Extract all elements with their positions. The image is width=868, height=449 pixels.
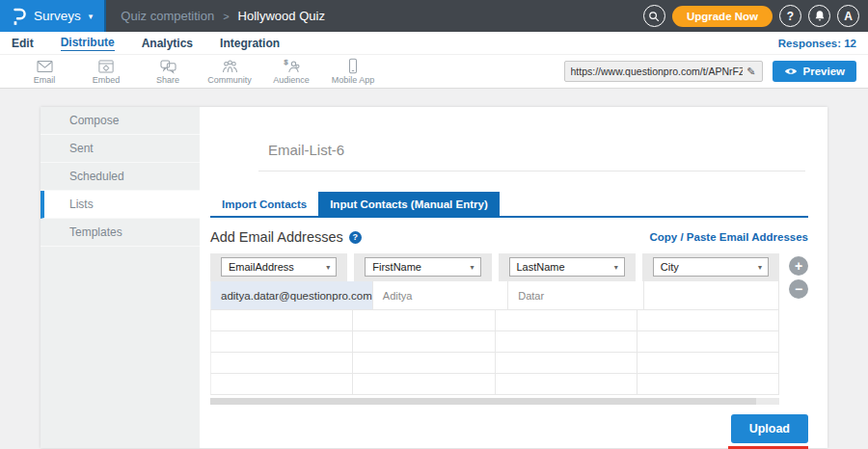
remove-row-button[interactable]: − (789, 279, 808, 299)
column-header-2: FirstName ▾ (354, 253, 491, 281)
cell-email[interactable] (211, 310, 353, 330)
column-select-city[interactable]: City ▾ (653, 257, 769, 277)
toolbar-item-share[interactable]: Share (137, 59, 199, 85)
workspace: Compose Sent Scheduled Lists Templates E… (0, 89, 868, 448)
upload-button[interactable]: Upload (731, 414, 808, 443)
add-emails-header: Add Email Addresses ? Copy / Paste Email… (210, 229, 808, 245)
preview-button[interactable]: Preview (773, 61, 856, 82)
cell-email[interactable]: aditya.datar@questionpro.com (211, 281, 373, 309)
embed-window-icon (97, 59, 115, 74)
eye-icon (784, 66, 798, 76)
search-button[interactable] (643, 5, 665, 27)
cell-city[interactable] (637, 353, 779, 373)
notifications-button[interactable] (808, 5, 830, 27)
survey-nav: Edit Distribute Analytics Integration Re… (0, 32, 868, 55)
chevron-down-icon: ▾ (89, 12, 94, 21)
responses-count[interactable]: Responses: 12 (778, 38, 856, 49)
list-content: Email-List-6 Import Contacts Input Conta… (200, 107, 827, 448)
column-select-emailaddress[interactable]: EmailAddress ▾ (221, 257, 337, 277)
add-row-button[interactable]: + (789, 256, 808, 276)
people-group-icon (221, 59, 239, 74)
breadcrumb: Quiz competition > Hollywood Quiz (106, 0, 325, 32)
row-controls: + − (789, 256, 808, 299)
cell-city[interactable] (644, 281, 779, 309)
upgrade-now-button[interactable]: Upgrade Now (672, 6, 773, 27)
toolbar-item-embed[interactable]: Embed (75, 59, 137, 85)
breadcrumb-separator-icon: > (223, 11, 229, 22)
contacts-table: EmailAddress ▾ FirstName ▾ LastName (210, 253, 808, 405)
cell-lastname[interactable] (496, 374, 637, 394)
cell-lastname[interactable] (496, 310, 637, 330)
title-divider (258, 171, 805, 172)
topbar-actions: Upgrade Now ? A (643, 0, 868, 32)
nav-item-distribute[interactable]: Distribute (61, 36, 115, 51)
dollar-person-icon: $ (283, 59, 301, 74)
breadcrumb-parent[interactable]: Quiz competition (121, 9, 214, 23)
toolbar-right: https://www.questionpro.com/t/APNrFZ ✎ P… (564, 61, 868, 82)
top-bar: Surveys ▾ Quiz competition > Hollywood Q… (0, 0, 868, 32)
cell-email[interactable] (211, 331, 353, 352)
cell-firstname[interactable]: Aditya (373, 281, 508, 309)
cell-lastname[interactable] (496, 353, 637, 373)
toolbar-item-email[interactable]: Email (14, 59, 75, 85)
edit-url-icon[interactable]: ✎ (746, 66, 755, 78)
mobile-phone-icon (347, 58, 359, 74)
toolbar-item-mobile-app[interactable]: Mobile App (322, 58, 384, 85)
upload-section: Upload (210, 414, 808, 449)
cell-lastname[interactable]: Datar (508, 281, 643, 309)
cell-firstname[interactable] (353, 331, 495, 352)
tab-input-contacts-manual[interactable]: Input Contacts (Manual Entry) (318, 192, 500, 216)
cell-city[interactable] (637, 331, 779, 352)
horizontal-scrollbar[interactable] (210, 398, 779, 405)
help-icon[interactable]: ? (349, 231, 362, 244)
tab-import-contacts[interactable]: Import Contacts (210, 192, 318, 216)
cell-lastname[interactable] (496, 331, 637, 352)
table-row: aditya.datar@questionpro.com Aditya Data… (210, 281, 779, 310)
cell-city[interactable] (637, 310, 779, 330)
column-select-firstname[interactable]: FirstName ▾ (365, 257, 480, 277)
sidebar-item-scheduled[interactable]: Scheduled (41, 163, 200, 191)
column-header-1: EmailAddress ▾ (210, 253, 347, 281)
add-email-addresses-title: Add Email Addresses (210, 229, 343, 245)
avatar[interactable]: A (837, 5, 859, 27)
sidebar-item-compose[interactable]: Compose (41, 107, 200, 135)
survey-url-value: https://www.questionpro.com/t/APNrFZ (571, 66, 744, 77)
cell-firstname[interactable] (353, 374, 495, 394)
nav-item-analytics[interactable]: Analytics (142, 37, 193, 50)
nav-item-edit[interactable]: Edit (12, 37, 34, 50)
product-name: Surveys (34, 9, 81, 23)
svg-text:$: $ (284, 59, 287, 66)
nav-item-integration[interactable]: Integration (220, 37, 280, 50)
select-caret-icon: ▾ (326, 263, 330, 272)
breadcrumb-current: Hollywood Quiz (238, 9, 325, 23)
select-caret-icon: ▾ (758, 263, 762, 272)
search-icon (648, 11, 660, 22)
select-caret-icon: ▾ (470, 263, 474, 272)
bell-icon (814, 10, 826, 22)
sidebar-item-sent[interactable]: Sent (41, 135, 200, 163)
cell-firstname[interactable] (353, 353, 495, 373)
select-caret-icon: ▾ (614, 263, 618, 272)
email-list-title: Email-List-6 (268, 142, 808, 158)
toolbar-item-community[interactable]: Community (199, 59, 260, 85)
product-switcher[interactable]: Surveys ▾ (0, 0, 106, 32)
chat-bubbles-icon (159, 59, 177, 74)
scrollbar-thumb[interactable] (210, 398, 756, 405)
help-button[interactable]: ? (779, 5, 801, 27)
copy-paste-emails-link[interactable]: Copy / Paste Email Addresses (650, 231, 808, 243)
envelope-icon (36, 59, 54, 74)
cell-email[interactable] (211, 353, 353, 373)
sidebar-item-lists[interactable]: Lists (41, 191, 200, 219)
column-select-lastname[interactable]: LastName ▾ (509, 257, 625, 277)
contacts-tabs: Import Contacts Input Contacts (Manual E… (210, 192, 808, 218)
table-row (210, 353, 779, 374)
cell-firstname[interactable] (353, 310, 495, 330)
cell-email[interactable] (211, 374, 353, 394)
cell-city[interactable] (637, 374, 779, 394)
survey-url-field[interactable]: https://www.questionpro.com/t/APNrFZ ✎ (564, 61, 763, 82)
table-row (210, 331, 779, 353)
toolbar-item-audience[interactable]: $ Audience (260, 59, 322, 85)
column-header-3: LastName ▾ (499, 253, 636, 281)
sidebar-item-templates[interactable]: Templates (41, 219, 200, 247)
questionpro-logo-icon (11, 6, 26, 27)
